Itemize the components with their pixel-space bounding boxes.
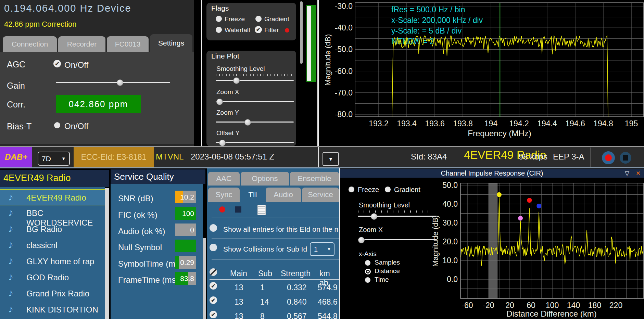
close-icon[interactable]: ✕: [636, 170, 641, 177]
show-all-entries-radio[interactable]: [210, 224, 217, 232]
deselect-all-icon[interactable]: [210, 268, 217, 276]
station-item-partial[interactable]: ♪: [0, 317, 105, 319]
tab-settings[interactable]: Settings: [150, 34, 192, 52]
svg-text:-80.0: -80.0: [335, 110, 353, 119]
symboltime-value: 0.29: [180, 258, 194, 267]
xaxis-time-label: Time: [375, 276, 389, 283]
dab-mode-label: DAB+: [5, 152, 27, 162]
music-note-icon: ♪: [8, 207, 13, 218]
vertical-divider[interactable]: [201, 0, 202, 146]
gain-slider-track[interactable]: [56, 82, 170, 83]
row-checkbox[interactable]: ✔: [210, 296, 217, 304]
station-item[interactable]: ♪ GOD Radio: [0, 270, 105, 286]
svg-text:60: 60: [527, 301, 535, 310]
tab-recorder[interactable]: Recorder: [58, 36, 105, 52]
show-collisions-radio[interactable]: [210, 244, 217, 251]
tab-sync[interactable]: Sync: [208, 188, 240, 202]
device-panel: 0.194.064.000 Hz Device 42.86 ppm Correc…: [0, 0, 194, 146]
flags-group: Flags Freeze Gradient Waterfall ✔ Filter: [206, 3, 296, 40]
svg-text:193.8: 193.8: [453, 119, 473, 128]
svg-text:194.8: 194.8: [593, 119, 613, 128]
station-item[interactable]: ♪ BBC WORLDSERVICE: [0, 205, 105, 221]
cir-gradient-radio[interactable]: [385, 187, 391, 192]
gain-label: Gain: [7, 81, 25, 91]
row-checkbox[interactable]: ✔: [210, 311, 217, 318]
svg-text:20.0: 20.0: [442, 237, 458, 246]
tab-tii[interactable]: TII: [241, 187, 265, 203]
station-label: GOD Radio: [26, 273, 69, 282]
station-item[interactable]: ♪ BG Radio: [0, 221, 105, 238]
xaxis-distance-radio[interactable]: [365, 269, 371, 275]
zoom-y-slider-track[interactable]: [216, 122, 294, 123]
document-icon[interactable]: [257, 205, 266, 215]
tab-fc0013[interactable]: FC0013: [107, 36, 149, 52]
cir-smoothing-slider-thumb[interactable]: [371, 213, 377, 220]
snr-value: 10.2: [180, 193, 194, 201]
zoom-y-label: Zoom Y: [216, 109, 239, 116]
xaxis-time-radio[interactable]: [365, 277, 370, 283]
tab-connection[interactable]: Connection: [3, 36, 57, 52]
tab-options[interactable]: Options: [241, 172, 289, 186]
tab-service[interactable]: Service: [302, 188, 339, 202]
stop-button[interactable]: [620, 152, 631, 164]
sid-label: SId: 83A4: [411, 152, 447, 162]
vertical-scrollbar[interactable]: [300, 1, 303, 64]
smoothing-slider-track[interactable]: [216, 80, 294, 81]
panel-splitter[interactable]: [203, 238, 206, 319]
cell-sub: 1: [260, 283, 265, 292]
offset-y-slider-track[interactable]: [216, 142, 294, 143]
svg-text:194.2: 194.2: [509, 119, 529, 128]
collapse-icon[interactable]: ▽: [625, 170, 629, 177]
zoom-x-slider-thumb[interactable]: [216, 99, 223, 105]
bias-t-radio[interactable]: [54, 122, 60, 128]
record-button[interactable]: [602, 151, 615, 164]
row-checkbox[interactable]: ✔: [210, 282, 217, 290]
cir-smoothing-slider-track[interactable]: [358, 216, 437, 217]
station-item[interactable]: ♪ classicnl: [0, 238, 105, 254]
waterfall-radio[interactable]: [216, 27, 222, 33]
audio-value: 0: [190, 226, 194, 234]
bar-fill: [175, 240, 196, 252]
zoom-y-slider-thumb[interactable]: [244, 119, 251, 126]
stations-header-label: 4EVER49 Radio: [3, 173, 71, 183]
freeze-label: Freeze: [225, 15, 245, 23]
bar-fill: [175, 256, 179, 269]
xaxis-samples-radio[interactable]: [365, 260, 370, 266]
stop-status-icon[interactable]: [235, 206, 241, 213]
station-item[interactable]: ♪ Grand Prix Radio: [0, 286, 105, 302]
filter-status-dot: [285, 28, 289, 33]
cir-freeze-radio[interactable]: [349, 187, 354, 192]
agc-checkbox[interactable]: ✔: [53, 60, 61, 67]
cell-strength: 0.840: [287, 297, 307, 307]
gain-slider-thumb[interactable]: [117, 79, 123, 86]
channel-select[interactable]: 7D ▼: [38, 152, 70, 166]
zoom-x-slider-track[interactable]: [216, 101, 294, 102]
offset-y-slider-thumb[interactable]: [219, 140, 226, 146]
svg-text:Magnitude (dB): Magnitude (dB): [431, 215, 440, 267]
cir-zoom-x-slider-thumb[interactable]: [358, 237, 365, 243]
service-dropdown-button[interactable]: ▼: [323, 152, 339, 166]
smoothing-slider-thumb[interactable]: [233, 77, 240, 84]
tab-ensemble[interactable]: Ensemble: [290, 172, 339, 186]
freeze-radio[interactable]: [216, 16, 222, 22]
tab-aac[interactable]: AAC: [208, 172, 240, 186]
station-item-selected[interactable]: ♪ 4EVER49 Radio: [0, 189, 105, 205]
cir-xaxis-label: x-Axis: [359, 250, 377, 258]
correction-value-box[interactable]: 042.860 ppm: [56, 95, 141, 113]
flags-title: Flags: [211, 4, 229, 12]
cir-zoom-x-label: Zoom X: [359, 226, 383, 234]
cir-zoom-x-slider-track[interactable]: [358, 239, 437, 240]
svg-text:-20: -20: [483, 301, 494, 310]
gradient-radio[interactable]: [255, 16, 262, 22]
filter-label: Filter: [264, 26, 279, 34]
service-quality-title: Service Quality: [114, 171, 174, 182]
station-item[interactable]: ♪ GLXY home of rap: [0, 254, 105, 270]
cell-strength: 0.567: [287, 312, 307, 319]
tab-audio[interactable]: Audio: [266, 188, 301, 202]
filter-checkbox[interactable]: ✔: [255, 26, 262, 33]
svg-text:140: 140: [567, 301, 580, 310]
record-status-icon[interactable]: [219, 206, 225, 213]
stations-scrollbar[interactable]: [105, 188, 109, 319]
station-item[interactable]: ♪ KINK DISTORTION: [0, 302, 105, 318]
sub-id-select[interactable]: 1 ▼: [310, 242, 334, 256]
